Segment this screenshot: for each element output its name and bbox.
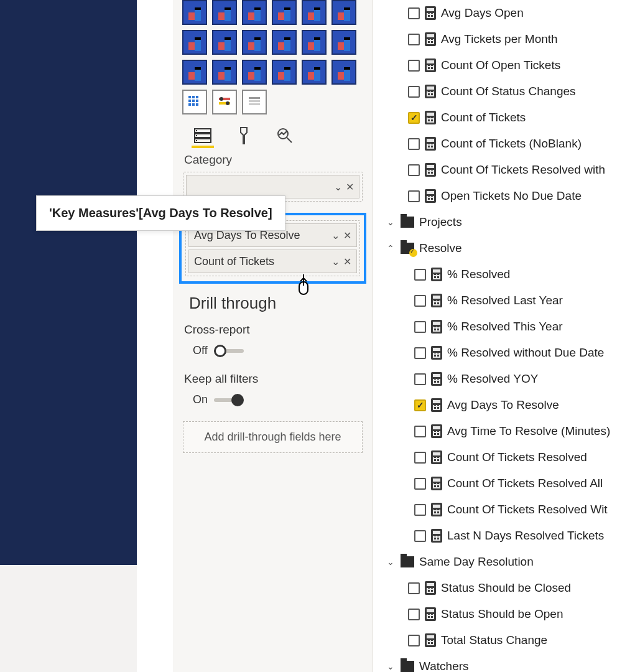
field-row[interactable]: Avg Days Open: [373, 0, 635, 26]
svg-line-23: [287, 138, 292, 142]
svg-rect-4: [192, 100, 195, 102]
field-row[interactable]: Last N Days Resolved Tickets: [373, 523, 635, 549]
viz-type-icon[interactable]: [182, 30, 207, 55]
report-canvas[interactable]: [0, 0, 137, 565]
chevron-down-icon[interactable]: ⌄: [386, 217, 396, 227]
drill-through-dropzone[interactable]: Add drill-through fields here: [183, 421, 363, 453]
viz-type-icon[interactable]: [212, 60, 237, 85]
measure-icon: [425, 163, 436, 177]
field-status-closed[interactable]: Status Should be Closed: [373, 575, 635, 601]
viz-type-icon[interactable]: [272, 0, 297, 25]
checkbox[interactable]: [408, 635, 420, 646]
viz-type-icon[interactable]: [302, 30, 327, 55]
svg-rect-15: [249, 103, 260, 105]
field-row[interactable]: % Resolved This Year: [373, 314, 635, 340]
viz-type-icon[interactable]: [212, 0, 237, 25]
folder-watchers[interactable]: ⌄ Watchers: [373, 653, 635, 672]
checkbox[interactable]: [408, 86, 420, 98]
viz-type-icon[interactable]: [182, 0, 207, 25]
checkbox[interactable]: [408, 164, 420, 176]
viz-type-icon[interactable]: [302, 0, 327, 25]
checkbox[interactable]: [408, 7, 420, 19]
checkbox[interactable]: [414, 530, 426, 542]
format-tab[interactable]: [233, 126, 255, 148]
folder-resolve[interactable]: ⌃ Resolve: [373, 235, 635, 261]
field-row[interactable]: Avg Tickets per Month: [373, 26, 635, 52]
viz-type-icon[interactable]: [272, 30, 297, 55]
viz-type-icon[interactable]: [182, 60, 207, 85]
field-row[interactable]: Count Of Tickets Resolved All: [373, 470, 635, 497]
remove-icon[interactable]: ✕: [346, 181, 354, 193]
chevron-down-icon[interactable]: ⌄: [331, 230, 340, 241]
field-status-open[interactable]: Status Should be Open: [373, 601, 635, 627]
field-row[interactable]: Count Of Open Tickets: [373, 52, 635, 78]
checkbox[interactable]: [414, 321, 426, 333]
viz-type-icon[interactable]: [331, 60, 356, 85]
measure-icon: [431, 529, 442, 543]
field-row[interactable]: Count of Tickets: [373, 105, 635, 131]
viz-type-matrix-icon[interactable]: [182, 90, 207, 114]
checkbox[interactable]: [408, 582, 420, 594]
checkbox[interactable]: [414, 426, 426, 437]
viz-type-table-icon[interactable]: [242, 90, 267, 114]
value-pill-count-tickets[interactable]: Count of Tickets ⌄ ✕: [188, 250, 357, 273]
folder-projects[interactable]: ⌄ Projects: [373, 209, 635, 235]
folder-same-day[interactable]: ⌄ Same Day Resolution: [373, 549, 635, 575]
viz-type-icon[interactable]: [331, 0, 356, 25]
field-row[interactable]: % Resolved Last Year: [373, 287, 635, 314]
field-row[interactable]: % Resolved: [373, 261, 635, 287]
cross-report-toggle[interactable]: [214, 345, 244, 357]
field-row[interactable]: Open Tickets No Due Date: [373, 183, 635, 209]
chevron-up-icon[interactable]: ⌃: [386, 243, 396, 253]
checkbox[interactable]: [414, 478, 426, 490]
checkbox[interactable]: [414, 373, 426, 385]
chevron-down-icon[interactable]: ⌄: [386, 557, 396, 567]
chevron-down-icon[interactable]: ⌄: [386, 661, 396, 671]
chevron-down-icon[interactable]: ⌄: [334, 181, 342, 193]
viz-type-icon[interactable]: [242, 60, 267, 85]
checkbox[interactable]: [408, 609, 420, 620]
remove-icon[interactable]: ✕: [343, 230, 351, 241]
remove-icon[interactable]: ✕: [343, 256, 351, 268]
analytics-tab[interactable]: [274, 126, 296, 148]
measure-icon: [431, 424, 442, 438]
viz-type-icon[interactable]: [242, 0, 267, 25]
viz-type-icon[interactable]: [331, 30, 356, 55]
field-row[interactable]: Avg Time To Resolve (Minutes): [373, 418, 635, 444]
viz-type-icon[interactable]: [212, 30, 237, 55]
field-row[interactable]: Count of Tickets (NoBlank): [373, 131, 635, 157]
field-row[interactable]: Count Of Tickets Resolved with: [373, 157, 635, 183]
checkbox[interactable]: [408, 190, 420, 202]
field-label: % Resolved: [447, 268, 510, 281]
checkbox[interactable]: [408, 138, 420, 150]
field-row[interactable]: Avg Days To Resolve: [373, 392, 635, 418]
viz-type-slicer-icon[interactable]: [212, 90, 237, 114]
field-row[interactable]: Count Of Status Changes: [373, 78, 635, 105]
checkbox[interactable]: [414, 504, 426, 516]
measure-icon: [425, 85, 436, 98]
viz-type-icon[interactable]: [242, 30, 267, 55]
checkbox[interactable]: [408, 60, 420, 72]
field-label: Count Of Tickets Resolved Wit: [447, 503, 608, 516]
checkbox[interactable]: [414, 452, 426, 464]
field-row[interactable]: Count Of Tickets Resolved: [373, 444, 635, 470]
checkbox[interactable]: [414, 347, 426, 359]
fields-tab[interactable]: [192, 126, 214, 148]
measure-icon: [431, 450, 442, 464]
field-total-status[interactable]: Total Status Change: [373, 627, 635, 653]
field-row[interactable]: % Resolved without Due Date: [373, 340, 635, 366]
chevron-down-icon[interactable]: ⌄: [331, 256, 340, 268]
checkbox[interactable]: [414, 295, 426, 307]
viz-type-icon[interactable]: [272, 60, 297, 85]
checkbox[interactable]: [408, 112, 420, 124]
keep-filters-toggle[interactable]: [214, 394, 244, 406]
field-row[interactable]: % Resolved YOY: [373, 366, 635, 392]
field-label: Total Status Change: [441, 633, 547, 647]
checkbox[interactable]: [408, 34, 420, 45]
checkbox[interactable]: [414, 269, 426, 281]
field-label: Count Of Tickets Resolved All: [447, 477, 603, 490]
field-label: % Resolved YOY: [447, 372, 538, 386]
checkbox[interactable]: [414, 399, 426, 411]
field-row[interactable]: Count Of Tickets Resolved Wit: [373, 497, 635, 523]
viz-type-icon[interactable]: [302, 60, 327, 85]
